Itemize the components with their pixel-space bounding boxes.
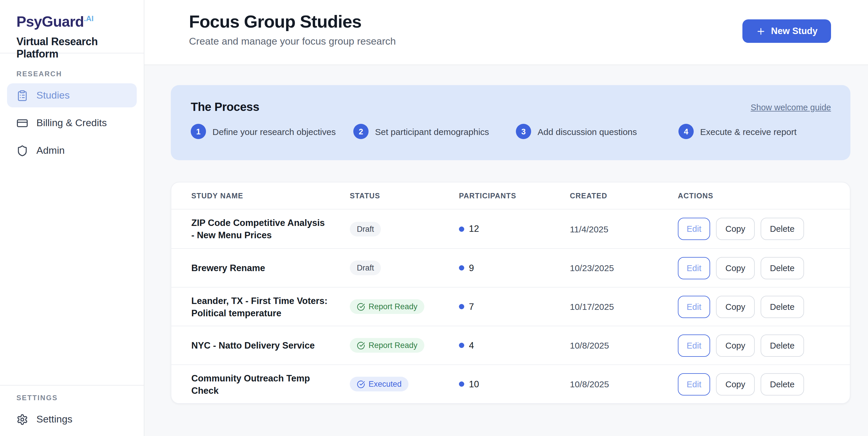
brand-suffix: .AI — [84, 14, 94, 23]
delete-button[interactable]: Delete — [761, 334, 804, 356]
process-banner: The Process Show welcome guide 1 Define … — [171, 85, 850, 160]
participants-dot-icon — [459, 226, 464, 231]
sidebar-bottom: SETTINGS Settings — [0, 385, 144, 436]
step-text: Add discussion questions — [537, 126, 637, 136]
app-root: PsyGuard.AI Virtual Research Platform RE… — [0, 0, 868, 436]
brand-name: PsyGuard — [17, 13, 84, 30]
status-label: Draft — [357, 263, 374, 272]
participants-dot-icon — [459, 381, 464, 387]
step-number-badge: 4 — [678, 124, 694, 139]
step-number-badge: 2 — [353, 124, 369, 139]
logo-block: PsyGuard.AI Virtual Research Platform — [0, 0, 144, 53]
table-row: Community Outreach Temp Check Executed 1… — [172, 365, 850, 403]
sidebar-item-label: Admin — [36, 145, 65, 156]
table-row: NYC - Natto Delivery Service Report Read… — [172, 326, 850, 365]
participants-count: 7 — [469, 301, 474, 312]
edit-button[interactable]: Edit — [678, 334, 710, 356]
table-row: ZIP Code Competitive Analysis - New Menu… — [172, 210, 850, 248]
created-date: 10/17/2025 — [570, 302, 678, 312]
brand-logo: PsyGuard.AI — [17, 10, 127, 30]
column-header-created: CREATED — [570, 192, 678, 200]
sidebar: PsyGuard.AI Virtual Research Platform RE… — [0, 0, 144, 436]
created-date: 10/23/2025 — [570, 263, 678, 273]
nav-section-label-settings: SETTINGS — [17, 394, 127, 402]
status-badge: Draft — [350, 221, 381, 236]
show-welcome-guide-link[interactable]: Show welcome guide — [751, 102, 831, 112]
column-header-study-name: STUDY NAME — [191, 192, 350, 200]
step-text: Define your research objectives — [213, 126, 336, 136]
edit-button[interactable]: Edit — [678, 218, 710, 240]
nav-section-label-research: RESEARCH — [17, 70, 127, 78]
study-name: Leander, TX - First Time Voters: Politic… — [191, 294, 350, 319]
process-title: The Process — [191, 100, 259, 114]
delete-button[interactable]: Delete — [761, 295, 804, 318]
status-badge: Executed — [350, 377, 409, 392]
delete-button[interactable]: Delete — [761, 373, 804, 395]
sidebar-item-studies[interactable]: Studies — [7, 83, 137, 107]
check-circle-icon — [357, 380, 365, 388]
page-header: Focus Group Studies Create and manage yo… — [144, 0, 868, 65]
delete-button[interactable]: Delete — [761, 218, 804, 240]
status-badge: Report Ready — [350, 338, 425, 353]
clipboard-list-icon — [17, 90, 28, 101]
new-study-label: New Study — [771, 26, 817, 36]
sidebar-item-label: Billing & Credits — [36, 117, 107, 129]
status-label: Report Ready — [369, 341, 417, 350]
status-badge: Draft — [350, 260, 381, 275]
check-circle-icon — [357, 303, 365, 311]
new-study-button[interactable]: New Study — [742, 19, 831, 43]
edit-button[interactable]: Edit — [678, 373, 710, 395]
shield-icon — [17, 145, 28, 156]
edit-button[interactable]: Edit — [678, 295, 710, 318]
status-label: Executed — [369, 380, 402, 388]
participants-dot-icon — [459, 343, 464, 348]
process-step-2: 2 Set participant demographics — [353, 124, 516, 139]
gear-icon — [17, 413, 28, 425]
sidebar-item-billing[interactable]: Billing & Credits — [7, 111, 137, 135]
study-name: Brewery Rename — [191, 262, 350, 274]
study-name: Community Outreach Temp Check — [191, 372, 350, 396]
column-header-actions: ACTIONS — [678, 192, 838, 200]
credit-card-icon — [17, 117, 28, 129]
copy-button[interactable]: Copy — [716, 373, 755, 395]
status-badge: Report Ready — [350, 299, 425, 314]
created-date: 10/8/2025 — [570, 379, 678, 389]
status-label: Draft — [357, 224, 374, 233]
participants-dot-icon — [459, 304, 464, 309]
copy-button[interactable]: Copy — [716, 334, 755, 356]
brand-tagline: Virtual Research Platform — [17, 36, 127, 61]
sidebar-item-admin[interactable]: Admin — [7, 138, 137, 162]
delete-button[interactable]: Delete — [761, 257, 804, 279]
process-step-3: 3 Add discussion questions — [516, 124, 678, 139]
table-header-row: STUDY NAME STATUS PARTICIPANTS CREATED A… — [172, 183, 850, 210]
process-steps: 1 Define your research objectives 2 Set … — [191, 124, 831, 139]
plus-icon — [756, 26, 766, 36]
sidebar-item-settings[interactable]: Settings — [7, 407, 137, 431]
sidebar-item-label: Settings — [36, 413, 72, 425]
edit-button[interactable]: Edit — [678, 257, 710, 279]
check-circle-icon — [357, 341, 365, 349]
column-header-status: STATUS — [350, 192, 459, 200]
step-number-badge: 1 — [191, 124, 206, 139]
participants-count: 12 — [469, 224, 479, 234]
participants-count: 4 — [469, 340, 474, 351]
step-text: Set participant demographics — [375, 126, 489, 136]
step-text: Execute & receive report — [700, 126, 797, 136]
studies-table: STUDY NAME STATUS PARTICIPANTS CREATED A… — [171, 182, 850, 404]
participants-dot-icon — [459, 265, 464, 271]
table-row: Leander, TX - First Time Voters: Politic… — [172, 287, 850, 326]
column-header-participants: PARTICIPANTS — [459, 192, 570, 200]
status-label: Report Ready — [369, 302, 417, 311]
sidebar-item-label: Studies — [36, 90, 69, 101]
table-body: ZIP Code Competitive Analysis - New Menu… — [172, 210, 850, 403]
created-date: 10/8/2025 — [570, 340, 678, 350]
process-step-1: 1 Define your research objectives — [191, 124, 353, 139]
copy-button[interactable]: Copy — [716, 295, 755, 318]
copy-button[interactable]: Copy — [716, 257, 755, 279]
copy-button[interactable]: Copy — [716, 218, 755, 240]
main-content: The Process Show welcome guide 1 Define … — [144, 65, 868, 436]
participants-count: 9 — [469, 262, 474, 273]
created-date: 11/4/2025 — [570, 224, 678, 234]
sidebar-nav: RESEARCH Studies Billing & Credits Admin — [0, 70, 144, 162]
study-name: NYC - Natto Delivery Service — [191, 339, 350, 351]
